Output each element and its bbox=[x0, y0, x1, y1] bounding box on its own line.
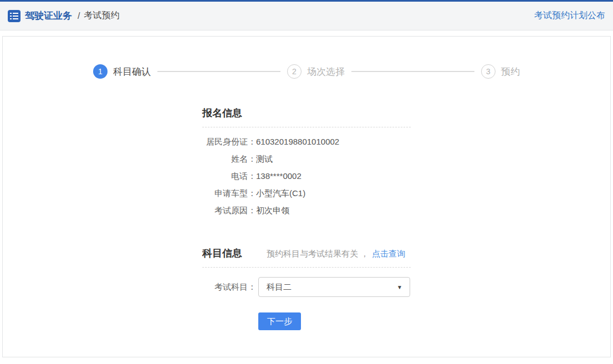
exam-subject-selected-value: 科目二 bbox=[267, 282, 292, 293]
list-icon bbox=[8, 10, 21, 22]
query-result-link[interactable]: 点击查询 bbox=[372, 249, 405, 259]
breadcrumb-primary[interactable]: 驾驶证业务 bbox=[25, 9, 72, 22]
field-phone: 电话： 138****0002 bbox=[202, 167, 411, 184]
breadcrumb-separator: / bbox=[78, 11, 80, 21]
step-connector bbox=[157, 71, 280, 72]
breadcrumb: 驾驶证业务 / 考试预约 bbox=[8, 9, 119, 22]
field-vehicle-type: 申请车型： 小型汽车(C1) bbox=[202, 184, 411, 202]
step-3-circle: 3 bbox=[481, 64, 495, 79]
field-label: 考试原因： bbox=[202, 202, 256, 219]
step-subject-confirm: 1 科目确认 bbox=[93, 64, 151, 79]
registration-fields: 居民身份证： 610320198801010002 姓名： 测试 电话： 138… bbox=[202, 127, 411, 219]
step-1-circle: 1 bbox=[93, 64, 108, 79]
field-name: 姓名： 测试 bbox=[202, 150, 411, 167]
field-label: 电话： bbox=[202, 167, 256, 184]
form-content: 报名信息 居民身份证： 610320198801010002 姓名： 测试 电话… bbox=[202, 106, 411, 330]
actions-row: 下一步 bbox=[202, 312, 411, 330]
field-exam-reason: 考试原因： 初次申领 bbox=[202, 202, 411, 219]
main-panel: 1 科目确认 2 场次选择 3 预约 报名信息 居民身份证： 610320198… bbox=[2, 36, 611, 357]
breadcrumb-secondary: 考试预约 bbox=[84, 10, 119, 22]
step-reserve: 3 预约 bbox=[481, 64, 520, 79]
subject-section-header: 科目信息 预约科目与考试结果有关 ， 点击查询 bbox=[202, 247, 411, 268]
registration-section-header: 报名信息 bbox=[202, 106, 411, 127]
field-value: 初次申领 bbox=[256, 202, 289, 219]
subject-note: 预约科目与考试结果有关 ， bbox=[267, 249, 369, 259]
field-label: 居民身份证： bbox=[202, 133, 256, 150]
page-header: 驾驶证业务 / 考试预约 考试预约计划公布 bbox=[0, 2, 613, 30]
subject-title: 科目信息 bbox=[202, 247, 242, 260]
field-label: 申请车型： bbox=[202, 184, 256, 202]
field-value: 138****0002 bbox=[256, 167, 302, 184]
field-value: 小型汽车(C1) bbox=[256, 184, 305, 202]
step-3-label: 预约 bbox=[501, 65, 520, 78]
step-2-label: 场次选择 bbox=[307, 65, 345, 78]
field-value: 610320198801010002 bbox=[256, 133, 339, 150]
exam-subject-select[interactable]: 科目二 ▼ bbox=[258, 277, 410, 297]
step-1-label: 科目确认 bbox=[113, 65, 151, 78]
step-connector bbox=[351, 71, 474, 72]
exam-subject-row: 考试科目： 科目二 ▼ bbox=[202, 277, 411, 297]
chevron-down-icon: ▼ bbox=[397, 284, 402, 290]
step-indicator: 1 科目确认 2 场次选择 3 预约 bbox=[3, 37, 610, 79]
exam-subject-label: 考试科目： bbox=[202, 282, 256, 293]
next-step-button[interactable]: 下一步 bbox=[258, 312, 301, 330]
exam-plan-link[interactable]: 考试预约计划公布 bbox=[534, 10, 605, 22]
registration-title: 报名信息 bbox=[202, 106, 242, 120]
field-label: 姓名： bbox=[202, 150, 256, 167]
field-value: 测试 bbox=[256, 150, 273, 167]
step-session-select: 2 场次选择 bbox=[287, 64, 345, 79]
step-2-circle: 2 bbox=[287, 64, 302, 79]
field-id-number: 居民身份证： 610320198801010002 bbox=[202, 133, 411, 150]
